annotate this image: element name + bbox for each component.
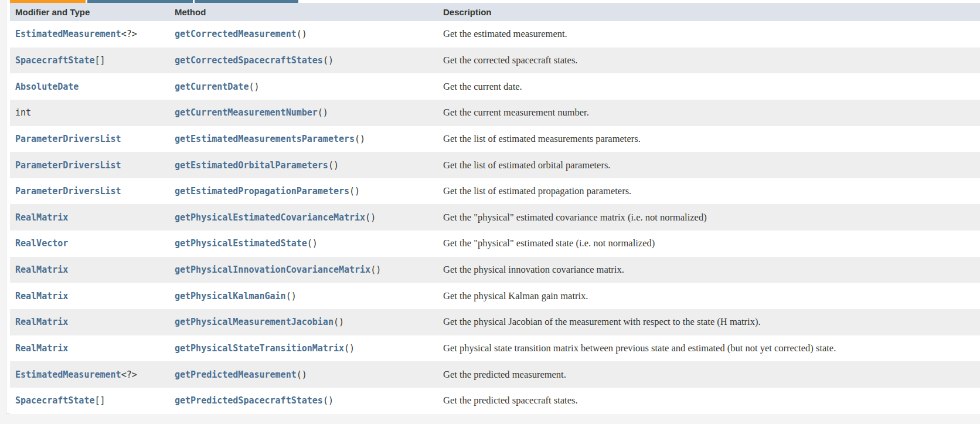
table-row: RealMatrix getPhysicalInnovationCovarian… xyxy=(10,257,980,283)
table-header-row: Modifier and Type Method Description xyxy=(10,3,980,21)
method-link[interactable]: getCorrectedMeasurement xyxy=(175,29,297,39)
method-parens: () xyxy=(344,343,355,354)
method-cell: getEstimatedPropagationParameters() xyxy=(169,178,438,205)
modifier-and-type-cell: EstimatedMeasurement<?> xyxy=(10,361,169,388)
method-parens: () xyxy=(323,395,334,406)
type-link[interactable]: RealVector xyxy=(15,238,68,249)
method-cell: getCurrentMeasurementNumber() xyxy=(169,100,438,126)
type-plain: <?> xyxy=(121,29,137,39)
type-link[interactable]: AbsoluteDate xyxy=(15,82,79,92)
method-link[interactable]: getPhysicalKalmanGain xyxy=(175,291,286,301)
method-link[interactable]: getPredictedMeasurement xyxy=(175,369,297,380)
method-link[interactable]: getEstimatedMeasurementsParameters xyxy=(175,134,355,144)
type-plain: int xyxy=(15,107,31,118)
type-link[interactable]: RealMatrix xyxy=(15,264,68,275)
modifier-and-type-cell: RealMatrix xyxy=(10,283,169,309)
table-row: RealMatrix getPhysicalEstimatedCovarianc… xyxy=(10,204,980,230)
method-parens: () xyxy=(334,317,344,327)
method-cell: getCorrectedMeasurement() xyxy=(169,21,438,48)
table-row: AbsoluteDate getCurrentDate() Get the cu… xyxy=(10,73,980,100)
method-description: Get the corrected spacecraft states. xyxy=(438,48,980,74)
method-parens: () xyxy=(318,107,328,118)
method-link[interactable]: getCurrentDate xyxy=(175,82,249,92)
method-description: Get the predicted spacecraft states. xyxy=(438,388,980,414)
table-row: SpacecraftState[] getPredictedSpacecraft… xyxy=(10,388,980,414)
modifier-and-type-cell: ParameterDriversList xyxy=(10,126,169,152)
table-row: ParameterDriversList getEstimatedMeasure… xyxy=(10,126,980,152)
modifier-and-type-cell: RealMatrix xyxy=(10,257,169,283)
method-description: Get the list of estimated measurements p… xyxy=(438,126,980,152)
method-parens: () xyxy=(370,264,381,275)
method-description: Get the list of estimated propagation pa… xyxy=(438,178,980,205)
method-link[interactable]: getCurrentMeasurementNumber xyxy=(175,107,318,118)
method-link[interactable]: getPhysicalInnovationCovarianceMatrix xyxy=(175,264,370,275)
tab-inactive-sliver[interactable] xyxy=(195,0,298,3)
method-description: Get the current date. xyxy=(438,73,980,100)
modifier-and-type-cell: ParameterDriversList xyxy=(10,178,169,205)
method-link[interactable]: getPhysicalMeasurementJacobian xyxy=(175,317,334,327)
type-link[interactable]: ParameterDriversList xyxy=(15,134,121,144)
method-link[interactable]: getEstimatedOrbitalParameters xyxy=(175,160,328,171)
type-link[interactable]: EstimatedMeasurement xyxy=(15,29,121,39)
method-parens: () xyxy=(297,369,307,380)
type-link[interactable]: RealMatrix xyxy=(15,291,68,301)
column-header-modifier-and-type: Modifier and Type xyxy=(10,3,169,21)
modifier-and-type-cell: SpacecraftState[] xyxy=(10,388,169,414)
type-link[interactable]: RealMatrix xyxy=(15,343,68,354)
method-link[interactable]: getPhysicalStateTransitionMatrix xyxy=(175,343,344,354)
method-description: Get the physical Kalman gain matrix. xyxy=(438,283,980,309)
method-link[interactable]: getPhysicalEstimatedCovarianceMatrix xyxy=(175,212,365,223)
method-description: Get the predicted measurement. xyxy=(438,361,980,388)
tab-inactive-sliver[interactable] xyxy=(87,0,193,3)
type-plain: <?> xyxy=(121,369,137,380)
method-link[interactable]: getPredictedSpacecraftStates xyxy=(175,395,323,406)
table-row: SpacecraftState[] getCorrectedSpacecraft… xyxy=(10,48,980,74)
method-parens: () xyxy=(323,55,334,66)
table-row: ParameterDriversList getEstimatedPropaga… xyxy=(10,178,980,205)
method-summary-table: Modifier and Type Method Description Est… xyxy=(10,3,980,414)
method-parens: () xyxy=(355,134,365,144)
type-link[interactable]: RealMatrix xyxy=(15,317,68,327)
type-plain: [] xyxy=(94,55,105,66)
method-cell: getPhysicalEstimatedState() xyxy=(169,230,438,257)
method-cell: getPredictedSpacecraftStates() xyxy=(169,388,438,414)
method-cell: getPhysicalKalmanGain() xyxy=(169,283,438,309)
type-link[interactable]: RealMatrix xyxy=(15,212,68,223)
method-parens: () xyxy=(328,160,339,171)
method-link[interactable]: getEstimatedPropagationParameters xyxy=(175,186,349,196)
method-parens: () xyxy=(349,186,360,196)
tab-active-sliver[interactable] xyxy=(10,0,86,3)
method-description: Get the estimated measurement. xyxy=(438,21,980,48)
type-link[interactable]: ParameterDriversList xyxy=(15,160,121,171)
method-cell: getCorrectedSpacecraftStates() xyxy=(169,48,438,74)
modifier-and-type-cell: RealVector xyxy=(10,230,169,257)
modifier-and-type-cell: int xyxy=(10,100,169,126)
method-description: Get the "physical" estimated state (i.e.… xyxy=(438,230,980,257)
type-plain: [] xyxy=(94,395,105,406)
column-header-description: Description xyxy=(438,3,980,21)
table-row: RealMatrix getPhysicalMeasurementJacobia… xyxy=(10,309,980,335)
table-row: ParameterDriversList getEstimatedOrbital… xyxy=(10,152,980,178)
method-parens: () xyxy=(365,212,376,223)
method-description: Get physical state transition matrix bet… xyxy=(438,335,980,362)
type-link[interactable]: SpacecraftState xyxy=(15,395,94,406)
method-cell: getPredictedMeasurement() xyxy=(169,361,438,388)
method-description: Get the "physical" estimated covariance … xyxy=(438,204,980,230)
method-link[interactable]: getCorrectedSpacecraftStates xyxy=(175,55,323,66)
table-row: RealVector getPhysicalEstimatedState() G… xyxy=(10,230,980,257)
table-row: RealMatrix getPhysicalStateTransitionMat… xyxy=(10,335,980,362)
method-cell: getPhysicalInnovationCovarianceMatrix() xyxy=(169,257,438,283)
method-link[interactable]: getPhysicalEstimatedState xyxy=(175,238,307,249)
modifier-and-type-cell: RealMatrix xyxy=(10,309,169,335)
method-parens: () xyxy=(297,29,307,39)
method-cell: getPhysicalStateTransitionMatrix() xyxy=(169,335,438,362)
method-description: Get the physical Jacobian of the measure… xyxy=(438,309,980,335)
modifier-and-type-cell: SpacecraftState[] xyxy=(10,48,169,74)
table-row: EstimatedMeasurement<?> getPredictedMeas… xyxy=(10,361,980,388)
type-link[interactable]: ParameterDriversList xyxy=(15,186,121,196)
type-link[interactable]: SpacecraftState xyxy=(15,55,94,66)
type-link[interactable]: EstimatedMeasurement xyxy=(15,369,121,380)
method-cell: getEstimatedOrbitalParameters() xyxy=(169,152,438,178)
method-summary-section: Modifier and Type Method Description Est… xyxy=(10,0,980,414)
javadoc-content-container: Modifier and Type Method Description Est… xyxy=(6,0,980,414)
